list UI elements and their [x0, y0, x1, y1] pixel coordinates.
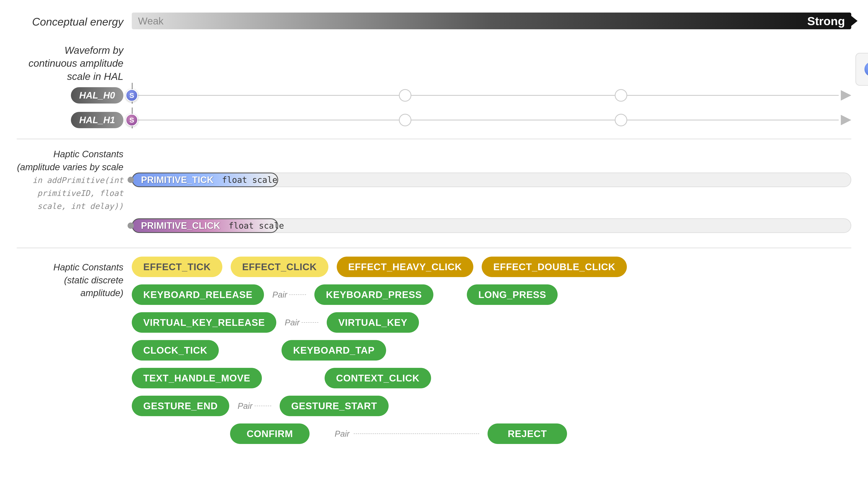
discrete-label: Haptic Constants (static discrete amplit…: [17, 257, 132, 474]
keyboard-release-pill: KEYBOARD_RELEASE: [132, 284, 264, 305]
primitive-tick-param: float scale: [218, 175, 281, 185]
hal-h1-start-label: S: [129, 116, 134, 124]
primitive-click-name: PRIMITIVE_CLICK: [141, 220, 224, 231]
hal-h0-label-container: HAL_H0: [17, 87, 132, 103]
hal-h0-end-dot: [615, 89, 627, 102]
keyboard-tap-pill: KEYBOARD_TAP: [281, 340, 386, 360]
context-click-pill: CONTEXT_CLICK: [324, 368, 431, 388]
primitives-section: Haptic Constants (amplitude varies by sc…: [17, 139, 851, 235]
hal-h0-track-line: [132, 95, 839, 96]
keyboard-press-pill: KEYBOARD_PRESS: [314, 284, 433, 305]
discrete-section: Haptic Constants (static discrete amplit…: [17, 248, 851, 474]
conceptual-energy-row: Conceptual energy Weak Strong: [17, 12, 851, 31]
primitive-tick-track: PRIMITIVE_TICK float scale: [132, 170, 851, 189]
hal-h1-start-dot: S: [125, 114, 138, 126]
text-handle-move-pill: TEXT_HANDLE_MOVE: [132, 368, 262, 388]
primitive-click-pill: PRIMITIVE_CLICK float scale: [132, 218, 278, 233]
effect-tick-pill: EFFECT_TICK: [132, 257, 222, 277]
energy-bar-container: Weak Strong: [132, 12, 851, 31]
gesture-end-pill: GESTURE_END: [132, 396, 229, 416]
reject-pill: REJECT: [488, 423, 567, 444]
hal-h0-label: HAL_H0: [71, 87, 123, 103]
pair-line-virtual: [302, 322, 318, 323]
energy-weak-label: Weak: [138, 15, 163, 27]
pair-label-virtual: Pair: [285, 318, 300, 327]
effect-click-pill: EFFECT_CLICK: [231, 257, 329, 277]
composed-dot-blue: [864, 62, 868, 76]
effects-row-4: CLOCK_TICK KEYBOARD_TAP: [132, 340, 851, 360]
effects-row-2: KEYBOARD_RELEASE Pair KEYBOARD_PRESS LON…: [132, 284, 851, 305]
effects-grid: EFFECT_TICK EFFECT_CLICK EFFECT_HEAVY_CL…: [132, 257, 851, 474]
composed-double-click-badge: Composed double click: [856, 53, 868, 86]
hal-h1-end-dot: [615, 114, 627, 126]
hal-h1-track: S: [132, 113, 851, 127]
effect-double-click-pill: EFFECT_DOUBLE_CLICK: [482, 257, 627, 277]
clock-tick-pill: CLOCK_TICK: [132, 340, 219, 360]
main-container: Conceptual energy Weak Strong Waveform b…: [0, 0, 868, 486]
primitive-tick-name: PRIMITIVE_TICK: [141, 174, 218, 185]
energy-arrow-icon: [847, 12, 858, 29]
effects-row-6: GESTURE_END Pair GESTURE_START: [132, 396, 851, 416]
gesture-start-pill: GESTURE_START: [280, 396, 389, 416]
pair-line-confirm: [354, 433, 479, 434]
hal-h1-track-line: [132, 120, 839, 121]
hal-h0-start-dot: S: [125, 89, 138, 102]
waveform-title: Waveform by continuous amplitude scale i…: [17, 44, 132, 83]
effects-row-7: CONFIRM Pair REJECT: [132, 423, 851, 444]
pair-label-gesture: Pair: [238, 401, 252, 411]
hal-h1-label: HAL_H1: [71, 112, 123, 128]
pair-label-confirm: Pair: [335, 429, 349, 439]
composed-dots: [864, 62, 868, 76]
primitive-click-dot-left: [128, 223, 134, 229]
hal-h1-mid-dot: [399, 114, 411, 126]
hal-h0-arrow-icon: [841, 90, 851, 101]
primitives-label: Haptic Constants (amplitude varies by sc…: [17, 148, 132, 212]
hal-h0-row: HAL_H0 S: [17, 87, 851, 103]
energy-strong-label: Strong: [807, 14, 845, 28]
primitive-click-param: float scale: [224, 221, 288, 230]
conceptual-energy-label: Conceptual energy: [17, 15, 132, 29]
hal-h1-arrow-icon: [841, 115, 851, 125]
effects-row-1: EFFECT_TICK EFFECT_CLICK EFFECT_HEAVY_CL…: [132, 257, 851, 277]
hal-h1-row: HAL_H1 S: [17, 112, 851, 128]
long-press-pill: LONG_PRESS: [467, 284, 558, 305]
hal-h0-mid-dot: [399, 89, 411, 102]
pair-line-gesture: [254, 406, 271, 406]
hal-h0-track: S Composed double click: [132, 88, 851, 103]
primitive-tick-pill: PRIMITIVE_TICK float scale: [132, 172, 278, 187]
waveform-section: Waveform by continuous amplitude scale i…: [17, 44, 851, 128]
effects-row-5: TEXT_HANDLE_MOVE CONTEXT_CLICK: [132, 368, 851, 388]
pair-label-keyboard: Pair: [272, 290, 287, 299]
hal-h1-label-container: HAL_H1: [17, 112, 132, 128]
primitive-tick-dot-left: [128, 177, 134, 183]
effect-heavy-click-pill: EFFECT_HEAVY_CLICK: [337, 257, 473, 277]
hal-h0-start-label: S: [129, 91, 134, 100]
primitive-click-track: PRIMITIVE_CLICK float scale: [132, 216, 851, 235]
energy-bar: Weak Strong: [132, 12, 851, 29]
waveform-title-row: Waveform by continuous amplitude scale i…: [17, 44, 851, 83]
virtual-key-release-pill: VIRTUAL_KEY_RELEASE: [132, 312, 276, 333]
virtual-key-pill: VIRTUAL_KEY: [327, 312, 419, 333]
confirm-pill: CONFIRM: [230, 423, 310, 444]
primitive-click-row: PRIMITIVE_CLICK float scale: [17, 216, 851, 235]
primitive-tick-row: Haptic Constants (amplitude varies by sc…: [17, 148, 851, 212]
pair-line-keyboard: [289, 294, 306, 295]
effects-row-3: VIRTUAL_KEY_RELEASE Pair VIRTUAL_KEY: [132, 312, 851, 333]
